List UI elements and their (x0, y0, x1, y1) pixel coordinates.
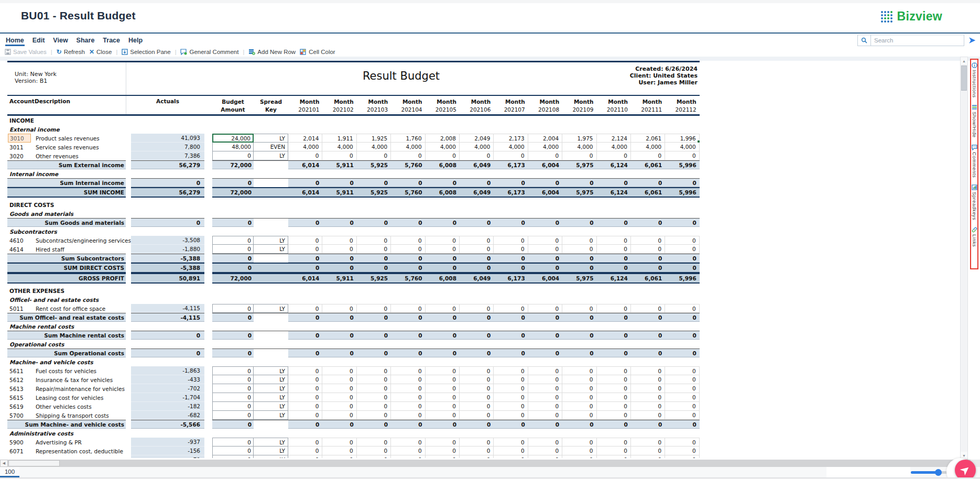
month-cell[interactable]: 0 (288, 455, 322, 458)
description-cell[interactable]: Representations costs, non deductible (32, 455, 126, 458)
month-cell[interactable]: 0 (426, 375, 460, 384)
month-cell[interactable]: 0 (322, 304, 356, 313)
account-cell[interactable]: 5900 (7, 438, 32, 447)
month-cell[interactable]: 0 (494, 366, 528, 375)
month-cell[interactable]: 0 (528, 304, 562, 313)
month-cell[interactable]: 2,014 (288, 134, 322, 143)
month-cell[interactable]: 0 (460, 438, 494, 447)
month-cell[interactable]: 0 (597, 447, 631, 455)
month-cell[interactable]: 0 (322, 245, 356, 254)
month-cell[interactable]: 0 (426, 151, 460, 160)
month-cell[interactable]: 0 (357, 438, 391, 447)
menu-item-home[interactable]: Home (5, 35, 25, 46)
month-cell[interactable]: 0 (391, 236, 425, 245)
month-cell[interactable]: 1,996 (665, 134, 699, 143)
spread-key-cell[interactable]: LY (254, 375, 288, 384)
spread-key-cell[interactable]: LY (254, 366, 288, 375)
month-cell[interactable]: 0 (357, 411, 391, 420)
month-cell[interactable]: 0 (597, 245, 631, 254)
account-cell[interactable]: 5612 (7, 375, 32, 384)
account-cell[interactable]: 3011 (7, 143, 32, 151)
description-cell[interactable]: Shipping & transport costs (32, 411, 126, 420)
description-cell[interactable]: Fuel costs for vehicles (32, 366, 126, 375)
sheet-tab-100[interactable]: 100 (0, 467, 19, 477)
month-cell[interactable]: 0 (357, 151, 391, 160)
month-cell[interactable]: 0 (322, 236, 356, 245)
month-cell[interactable]: 0 (665, 151, 699, 160)
month-cell[interactable]: 0 (391, 304, 425, 313)
month-cell[interactable]: 0 (426, 245, 460, 254)
month-cell[interactable]: 2,049 (460, 134, 494, 143)
spread-key-cell[interactable]: LY (254, 447, 288, 455)
search-button[interactable] (857, 35, 871, 46)
description-cell[interactable]: Other revenues (32, 151, 126, 160)
spread-key-cell[interactable]: LY (254, 236, 288, 245)
month-cell[interactable]: 1,925 (357, 134, 391, 143)
month-cell[interactable]: 0 (665, 411, 699, 420)
account-cell[interactable]: 3010 (8, 134, 31, 143)
month-cell[interactable]: 0 (528, 366, 562, 375)
refresh-button[interactable]: ↻ Refresh (57, 48, 85, 56)
account-cell[interactable]: 5700 (7, 411, 32, 420)
month-cell[interactable]: 0 (631, 236, 665, 245)
month-cell[interactable]: 0 (426, 455, 460, 458)
budget-cell[interactable]: 0 (212, 384, 254, 393)
budget-cell[interactable]: 0 (212, 402, 254, 411)
budget-cell[interactable]: 0 (212, 393, 254, 402)
month-cell[interactable]: 0 (494, 402, 528, 411)
month-cell[interactable]: 0 (426, 384, 460, 393)
menu-item-share[interactable]: Share (76, 35, 95, 46)
budget-cell[interactable]: 0 (212, 455, 254, 458)
month-cell[interactable]: 0 (460, 375, 494, 384)
budget-cell[interactable]: 0 (212, 411, 254, 420)
month-cell[interactable]: 0 (631, 438, 665, 447)
month-cell[interactable]: 0 (562, 447, 596, 455)
month-cell[interactable]: 0 (494, 384, 528, 393)
spread-key-cell[interactable]: LY (254, 134, 288, 143)
month-cell[interactable]: 0 (562, 402, 596, 411)
month-cell[interactable]: 0 (631, 447, 665, 455)
horizontal-scrollbar[interactable]: ◀ ▶ (0, 460, 971, 467)
account-cell[interactable]: 4614 (7, 245, 32, 254)
month-cell[interactable]: 0 (288, 375, 322, 384)
month-cell[interactable]: 0 (391, 151, 425, 160)
month-cell[interactable]: 0 (391, 438, 425, 447)
month-cell[interactable]: 0 (494, 455, 528, 458)
month-cell[interactable]: 0 (322, 151, 356, 160)
spread-key-cell[interactable]: LY (254, 245, 288, 254)
month-cell[interactable]: 0 (391, 366, 425, 375)
month-cell[interactable]: 0 (426, 438, 460, 447)
month-cell[interactable]: 4,000 (391, 143, 425, 151)
month-cell[interactable]: 0 (597, 455, 631, 458)
month-cell[interactable]: 0 (562, 384, 596, 393)
month-cell[interactable]: 0 (631, 304, 665, 313)
month-cell[interactable]: 0 (357, 366, 391, 375)
month-cell[interactable]: 0 (322, 455, 356, 458)
month-cell[interactable]: 0 (665, 393, 699, 402)
description-cell[interactable]: Service sales revenues (32, 143, 126, 151)
month-cell[interactable]: 2,061 (631, 134, 665, 143)
month-cell[interactable]: 0 (597, 304, 631, 313)
month-cell[interactable]: 0 (562, 375, 596, 384)
description-cell[interactable]: Other vehicles costs (32, 402, 126, 411)
month-cell[interactable]: 4,000 (631, 143, 665, 151)
month-cell[interactable]: 0 (597, 438, 631, 447)
vertical-scrollbar-thumb[interactable] (961, 66, 967, 91)
description-cell[interactable]: Rent cost for office space (32, 304, 126, 313)
month-cell[interactable]: 0 (528, 411, 562, 420)
month-cell[interactable]: 0 (494, 375, 528, 384)
spread-key-cell[interactable]: EVEN (254, 143, 288, 151)
description-cell[interactable]: Representation cost, deductible (32, 447, 126, 455)
month-cell[interactable]: 0 (357, 447, 391, 455)
month-cell[interactable]: 0 (460, 236, 494, 245)
month-cell[interactable]: 0 (322, 366, 356, 375)
month-cell[interactable]: 0 (528, 438, 562, 447)
month-cell[interactable]: 1,911 (322, 134, 356, 143)
month-cell[interactable]: 4,000 (665, 143, 699, 151)
month-cell[interactable]: 0 (426, 393, 460, 402)
month-cell[interactable]: 0 (562, 438, 596, 447)
month-cell[interactable]: 0 (631, 393, 665, 402)
account-cell[interactable]: 6072 (7, 455, 32, 458)
account-cell[interactable]: 5011 (7, 304, 32, 313)
month-cell[interactable]: 0 (426, 236, 460, 245)
